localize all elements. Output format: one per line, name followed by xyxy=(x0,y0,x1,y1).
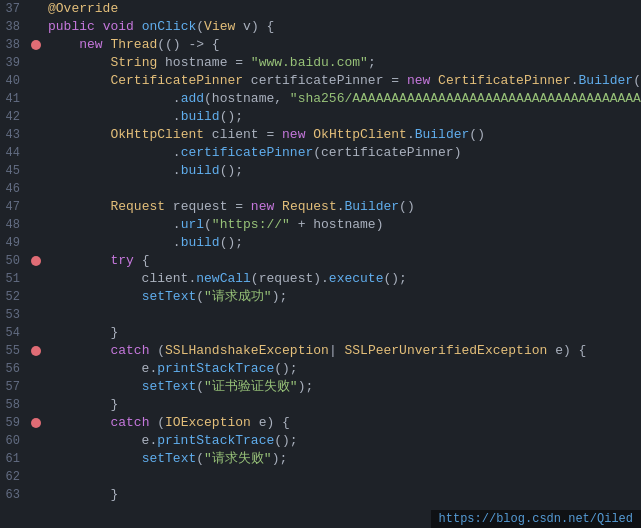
code-line: 52 setText("请求成功"); xyxy=(0,288,641,306)
bottom-url: https://blog.csdn.net/Qiled xyxy=(439,512,633,526)
code-line: 45 .build(); xyxy=(0,162,641,180)
line-number: 43 xyxy=(0,126,28,144)
code-line: 38 new Thread(() -> { xyxy=(0,36,641,54)
breakpoint-area xyxy=(28,418,44,428)
code-content: .certificatePinner(certificatePinner) xyxy=(44,144,641,162)
line-number: 38 xyxy=(0,18,28,36)
line-number: 44 xyxy=(0,144,28,162)
breakpoint-dot xyxy=(31,418,41,428)
line-number: 62 xyxy=(0,468,28,486)
code-line: 49 .build(); xyxy=(0,234,641,252)
breakpoint-area xyxy=(28,40,44,50)
line-number: 47 xyxy=(0,198,28,216)
breakpoint-dot xyxy=(31,256,41,266)
line-number: 48 xyxy=(0,216,28,234)
line-number: 49 xyxy=(0,234,28,252)
line-number: 38 xyxy=(0,36,28,54)
code-content: CertificatePinner certificatePinner = ne… xyxy=(44,72,641,90)
code-line: 37@Override xyxy=(0,0,641,18)
code-content: setText("请求成功"); xyxy=(44,288,641,306)
code-line: 57 setText("证书验证失败"); xyxy=(0,378,641,396)
code-line: 55 catch (SSLHandshakeException| SSLPeer… xyxy=(0,342,641,360)
code-content: } xyxy=(44,486,641,504)
code-content: catch (SSLHandshakeException| SSLPeerUnv… xyxy=(44,342,641,360)
code-line: 60 e.printStackTrace(); xyxy=(0,432,641,450)
code-line: 50 try { xyxy=(0,252,641,270)
line-number: 41 xyxy=(0,90,28,108)
code-line: 47 Request request = new Request.Builder… xyxy=(0,198,641,216)
code-line: 56 e.printStackTrace(); xyxy=(0,360,641,378)
code-line: 38public void onClick(View v) { xyxy=(0,18,641,36)
code-content: .build(); xyxy=(44,162,641,180)
breakpoint-area xyxy=(28,256,44,266)
code-line: 39 String hostname = "www.baidu.com"; xyxy=(0,54,641,72)
code-line: 53 xyxy=(0,306,641,324)
line-number: 51 xyxy=(0,270,28,288)
code-line: 58 } xyxy=(0,396,641,414)
code-line: 46 xyxy=(0,180,641,198)
line-number: 55 xyxy=(0,342,28,360)
line-number: 58 xyxy=(0,396,28,414)
code-content: e.printStackTrace(); xyxy=(44,432,641,450)
code-content: .add(hostname, "sha256/AAAAAAAAAAAAAAAAA… xyxy=(44,90,641,108)
code-content: } xyxy=(44,396,641,414)
code-content: @Override xyxy=(44,0,641,18)
code-content: OkHttpClient client = new OkHttpClient.B… xyxy=(44,126,641,144)
breakpoint-area xyxy=(28,346,44,356)
breakpoint-dot xyxy=(31,40,41,50)
line-number: 59 xyxy=(0,414,28,432)
line-number: 60 xyxy=(0,432,28,450)
code-line: 54 } xyxy=(0,324,641,342)
line-number: 42 xyxy=(0,108,28,126)
line-number: 53 xyxy=(0,306,28,324)
code-content: .build(); xyxy=(44,234,641,252)
code-line: 63 } xyxy=(0,486,641,504)
line-number: 63 xyxy=(0,486,28,504)
code-line: 41 .add(hostname, "sha256/AAAAAAAAAAAAAA… xyxy=(0,90,641,108)
code-line: 43 OkHttpClient client = new OkHttpClien… xyxy=(0,126,641,144)
code-content: Request request = new Request.Builder() xyxy=(44,198,641,216)
code-content: client.newCall(request).execute(); xyxy=(44,270,641,288)
code-content: } xyxy=(44,324,641,342)
code-editor: 37@Override38public void onClick(View v)… xyxy=(0,0,641,528)
breakpoint-dot xyxy=(31,346,41,356)
code-content: setText("请求失败"); xyxy=(44,450,641,468)
code-line: 40 CertificatePinner certificatePinner =… xyxy=(0,72,641,90)
code-line: 42 .build(); xyxy=(0,108,641,126)
line-number: 61 xyxy=(0,450,28,468)
line-number: 46 xyxy=(0,180,28,198)
code-lines: 37@Override38public void onClick(View v)… xyxy=(0,0,641,504)
code-content: e.printStackTrace(); xyxy=(44,360,641,378)
line-number: 50 xyxy=(0,252,28,270)
line-number: 57 xyxy=(0,378,28,396)
bottom-bar: https://blog.csdn.net/Qiled xyxy=(431,510,641,528)
line-number: 37 xyxy=(0,0,28,18)
line-number: 54 xyxy=(0,324,28,342)
code-line: 62 xyxy=(0,468,641,486)
code-content: public void onClick(View v) { xyxy=(44,18,641,36)
line-number: 45 xyxy=(0,162,28,180)
line-number: 52 xyxy=(0,288,28,306)
code-content: try { xyxy=(44,252,641,270)
code-content: setText("证书验证失败"); xyxy=(44,378,641,396)
code-line: 44 .certificatePinner(certificatePinner) xyxy=(0,144,641,162)
code-line: 59 catch (IOException e) { xyxy=(0,414,641,432)
line-number: 40 xyxy=(0,72,28,90)
line-number: 39 xyxy=(0,54,28,72)
code-content: .build(); xyxy=(44,108,641,126)
code-line: 51 client.newCall(request).execute(); xyxy=(0,270,641,288)
code-content: new Thread(() -> { xyxy=(44,36,641,54)
code-line: 48 .url("https://" + hostname) xyxy=(0,216,641,234)
line-number: 56 xyxy=(0,360,28,378)
code-content: .url("https://" + hostname) xyxy=(44,216,641,234)
code-content: String hostname = "www.baidu.com"; xyxy=(44,54,641,72)
code-line: 61 setText("请求失败"); xyxy=(0,450,641,468)
code-content: catch (IOException e) { xyxy=(44,414,641,432)
